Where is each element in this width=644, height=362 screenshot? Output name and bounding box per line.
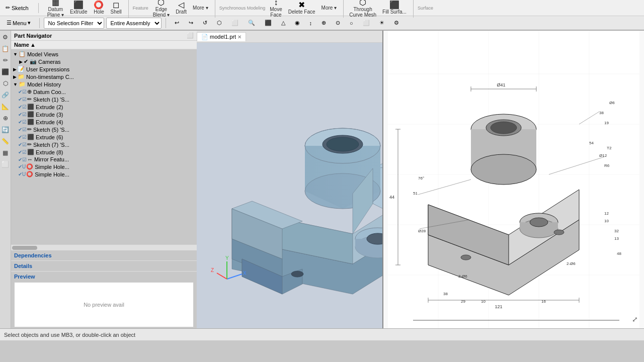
preview-label[interactable]: Preview <box>11 272 197 281</box>
display-btn3[interactable]: ◉ <box>290 18 304 28</box>
svg-point-55 <box>554 230 564 235</box>
strip-icon-7[interactable]: 📐 <box>1 101 11 112</box>
move-face-button[interactable]: ↕ Move Face <box>267 0 284 17</box>
preview-box: No preview avail <box>14 282 194 327</box>
snap-btn[interactable]: ↕ <box>305 19 317 28</box>
expand-non-ts[interactable]: ▶ <box>13 74 17 79</box>
strip-icon-12[interactable]: ⬜ <box>1 159 11 170</box>
shell-button[interactable]: ◻ Shell <box>108 0 124 17</box>
tree-extrude2[interactable]: ✔☑ ⬛ Extrude (2) <box>11 103 197 111</box>
strip-icon-9[interactable]: 🔄 <box>1 124 11 135</box>
edge-blend-button[interactable]: ⬡ Edge Blend ▾ <box>150 0 172 17</box>
datum-plane-button[interactable]: ▦ Datum Plane ▾ <box>45 0 66 17</box>
tree-extrude8[interactable]: ✔☑ ⬛ Extrude (8) <box>11 148 197 156</box>
menu-arrow: ▾ <box>28 20 31 26</box>
viewport[interactable]: 📄 model1.prt ✕ <box>197 31 382 328</box>
square-btn[interactable]: ⬜ <box>358 18 374 28</box>
zoom-button[interactable]: 🔍 <box>244 18 260 28</box>
sketch-icon: ✏ <box>6 5 10 11</box>
tree-model-views[interactable]: ▼ 📋 Model Views <box>11 50 197 58</box>
strip-icon-2[interactable]: 📋 <box>1 43 11 54</box>
circle-btn[interactable]: ⊙ <box>331 18 345 28</box>
svg-point-22 <box>291 271 303 277</box>
sun-btn[interactable]: ☀ <box>375 18 389 28</box>
expand-button[interactable]: ⤢ <box>630 314 640 324</box>
strip-icon-5[interactable]: ⬡ <box>1 78 11 89</box>
svg-text:10: 10 <box>481 299 486 304</box>
tree-extrude6[interactable]: ✔☑ ⬛ Extrude (6) <box>11 133 197 141</box>
fill-surface-button[interactable]: ⬛ Fill Surfa... <box>380 0 409 17</box>
menu-button[interactable]: ☰ Menu ▾ <box>2 18 35 28</box>
delete-face-button[interactable]: ✖ Delete Face <box>286 0 318 17</box>
grid-btn[interactable]: ⊕ <box>317 18 331 28</box>
tree-model-history[interactable]: ▼ 📁 Model History <box>11 80 197 88</box>
user-expressions-label: User Expressions <box>26 66 69 72</box>
model-tab[interactable]: 📄 model1.prt ✕ <box>197 32 246 41</box>
viewport-canvas[interactable]: X Y Z <box>197 43 382 328</box>
hole-icon: ⭕ <box>94 1 104 9</box>
horizontal-scrollbar[interactable] <box>11 244 197 250</box>
assembly-select[interactable]: Entire Assembly <box>106 18 162 29</box>
svg-text:54: 54 <box>589 141 594 145</box>
hole-button[interactable]: ⭕ Hole <box>91 0 107 17</box>
extrude8-check: ✔☑ <box>18 149 27 155</box>
extrude-button[interactable]: ⬛ Extrude <box>67 0 90 17</box>
part-navigator-collapse[interactable]: ⬜ <box>187 32 194 39</box>
draft-button[interactable]: ◁ Draft <box>173 0 189 17</box>
tree-hole1[interactable]: ✔U ⭕ Simple Hole... <box>11 163 197 170</box>
expand-model-history[interactable]: ▼ <box>13 82 18 87</box>
tree-extrude4[interactable]: ✔☑ ⬛ Extrude (4) <box>11 118 197 126</box>
tree-user-expressions[interactable]: ▶ 📝 User Expressions <box>11 65 197 73</box>
undo-icon: ↩ <box>175 20 179 26</box>
scroll-thumb[interactable] <box>12 246 37 250</box>
tree-sketch1[interactable]: ✔☑ ✏ Sketch (1) 'S... <box>11 96 197 103</box>
tree-sketch5[interactable]: ✔☑ ✏ Sketch (5) 'S... <box>11 126 197 133</box>
part-navigator: Part Navigator ⬜ Name ▲ ▼ 📋 Model Views … <box>11 31 197 328</box>
selection-filter-select[interactable]: No Selection Filter <box>44 18 104 29</box>
viewport-tab: 📄 model1.prt ✕ <box>197 31 382 43</box>
sketch1-check: ✔☑ <box>18 97 27 102</box>
view-btn1[interactable]: ⬡ <box>212 18 226 28</box>
display-btn2[interactable]: △ <box>277 18 290 28</box>
circle-icon: ⊙ <box>336 20 340 26</box>
redo-button[interactable]: ↪ <box>184 18 198 28</box>
strip-icon-4[interactable]: ⬛ <box>1 66 11 77</box>
strip-icon-11[interactable]: ▦ <box>1 147 11 158</box>
strip-icon-10[interactable]: 📏 <box>1 136 11 147</box>
undo-button[interactable]: ↩ <box>170 18 184 28</box>
tree-non-timestamp[interactable]: ▶ 📁 Non-timestamp C... <box>11 73 197 80</box>
details-section[interactable]: Details <box>11 261 197 272</box>
tree-hole2[interactable]: ✔U ⭕ Simple Hole... <box>11 170 197 178</box>
tree-extrude3[interactable]: ✔☑ ⬛ Extrude (3) <box>11 111 197 118</box>
tree-datum[interactable]: ✔☑ ⊕ Datum Coo... <box>11 88 197 96</box>
extrude-icon: ⬛ <box>73 1 84 9</box>
dependencies-section[interactable]: Dependencies <box>11 250 197 261</box>
model-tab-close[interactable]: ✕ <box>237 34 242 40</box>
expand-model-views[interactable]: ▼ <box>13 52 18 57</box>
tree-cameras[interactable]: ▶ ✔ 📷 Cameras <box>11 58 197 65</box>
strip-icon-8[interactable]: ⊕ <box>1 113 11 124</box>
sketch-label: Sketch <box>12 5 29 11</box>
expand-user-expr[interactable]: ▶ <box>13 67 17 72</box>
model-tab-icon: 📄 <box>201 34 208 40</box>
gear-btn[interactable]: ⚙ <box>389 18 404 28</box>
through-curve-mesh-button[interactable]: ⬡ Through Curve Mesh <box>347 0 379 17</box>
strip-icon-6[interactable]: 🔗 <box>1 89 11 101</box>
svg-point-49 <box>491 122 517 134</box>
display-btn1[interactable]: ⬛ <box>260 18 276 28</box>
strip-icon-1[interactable]: ⚙ <box>1 32 11 43</box>
circle-btn2[interactable]: ○ <box>345 19 358 28</box>
more-sync-button[interactable]: More ▾ <box>319 0 340 17</box>
sketch-button[interactable]: ✏ Sketch <box>2 2 32 14</box>
circle-icon2: ○ <box>350 20 353 26</box>
tree-mirror[interactable]: ✔☑ ↔ Mirror Featu... <box>11 156 197 163</box>
more-feature-button[interactable]: More ▾ <box>190 0 211 17</box>
rotate-button[interactable]: ↺ <box>198 18 212 28</box>
expand-cameras[interactable]: ▶ <box>19 59 23 64</box>
view-btn2[interactable]: ⬜ <box>227 18 243 28</box>
svg-line-28 <box>217 273 227 279</box>
strip-icon-3[interactable]: ✏ <box>1 55 11 66</box>
mirror-label: Mirror Featu... <box>34 156 69 162</box>
tree-sketch7[interactable]: ✔☑ ✏ Sketch (7) 'S... <box>11 141 197 148</box>
redo-icon: ↪ <box>189 20 193 26</box>
